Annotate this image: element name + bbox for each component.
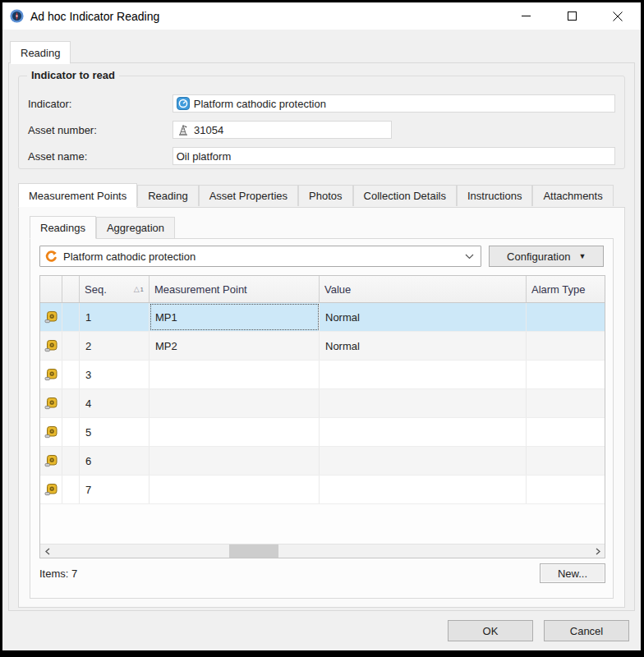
scroll-right-button[interactable] [591, 544, 605, 558]
header-alarm-type[interactable]: Alarm Type [527, 276, 605, 302]
grid-row-4[interactable]: 4 [40, 389, 605, 418]
cancel-button-label: Cancel [570, 625, 603, 637]
scroll-left-button[interactable] [40, 544, 54, 558]
measurement-point-cell[interactable] [150, 418, 320, 446]
tab-measurement-points[interactable]: Measurement Points [18, 183, 137, 208]
tape-measure-icon [40, 447, 62, 475]
tape-measure-icon [40, 361, 62, 388]
header-mp-label: Measurement Point [154, 283, 247, 296]
row-indicator-cell[interactable] [62, 418, 80, 446]
header-measurement-point[interactable]: Measurement Point [150, 276, 320, 302]
close-icon [613, 11, 623, 21]
grid-row-5[interactable]: 5 [40, 418, 605, 447]
maximize-button[interactable] [549, 2, 595, 30]
row-indicator-cell[interactable] [62, 447, 80, 475]
header-alarm-label: Alarm Type [531, 283, 586, 296]
row-indicator-cell[interactable] [62, 361, 80, 388]
seq-cell[interactable]: 6 [80, 447, 150, 475]
row-indicator-cell[interactable] [62, 389, 80, 417]
grid-row-2[interactable]: 2 MP2 Normal [40, 332, 605, 361]
grid-row-6[interactable]: 6 [40, 447, 605, 476]
alarm-type-cell[interactable] [527, 332, 605, 360]
seq-cell[interactable]: 7 [80, 476, 150, 503]
asset-number-value: 31054 [194, 124, 223, 136]
indicator-to-read-group: Indicator to read Indicator: Platform ca… [18, 76, 625, 169]
items-count: Items: 7 [39, 567, 77, 580]
value-cell[interactable]: Normal [320, 332, 527, 360]
selector-row: Platform cathodic protection Configurati… [39, 246, 604, 267]
tab-attachments[interactable]: Attachments [532, 185, 613, 206]
measurement-point-cell[interactable] [150, 476, 320, 503]
indicator-combobox[interactable]: Platform cathodic protection [39, 246, 481, 267]
tab-collection-details[interactable]: Collection Details [353, 185, 457, 206]
scrollbar-track[interactable] [54, 544, 591, 558]
indicator-field[interactable]: Platform cathodic protection [172, 94, 615, 113]
main-tab-strip: Measurement PointsReadingAsset Propertie… [18, 183, 625, 207]
tab-asset-properties[interactable]: Asset Properties [199, 185, 298, 206]
alarm-type-cell[interactable] [527, 303, 605, 331]
cancel-button[interactable]: Cancel [544, 620, 629, 641]
measurement-point-cell[interactable]: MP2 [150, 332, 320, 360]
alarm-type-cell[interactable] [527, 447, 605, 475]
value-cell[interactable] [320, 447, 527, 475]
asset-number-field-row: Asset number: 31054 [28, 121, 615, 139]
titlebar: Ad hoc Indicator Reading [2, 2, 641, 30]
alarm-type-cell[interactable] [527, 418, 605, 446]
seq-cell[interactable]: 4 [80, 389, 150, 417]
measurement-point-cell[interactable] [150, 389, 320, 417]
tab-photos[interactable]: Photos [298, 185, 352, 206]
seq-cell[interactable]: 5 [80, 418, 150, 446]
tab-aggregation[interactable]: Aggregation [96, 217, 175, 238]
row-indicator-cell[interactable] [62, 332, 80, 360]
new-button[interactable]: New... [540, 563, 605, 583]
chevron-down-icon [465, 254, 474, 260]
grid-row-3[interactable]: 3 [40, 361, 605, 389]
dialog-window: Ad hoc Indicator Reading Reading Indicat… [0, 0, 644, 657]
value-cell[interactable] [320, 361, 527, 388]
asset-name-field[interactable]: Oil platform [172, 147, 615, 165]
grid-row-1[interactable]: 1 MP1 Normal [40, 303, 605, 332]
row-indicator-cell[interactable] [62, 303, 80, 331]
minimize-button[interactable] [503, 2, 549, 30]
tab-reading[interactable]: Reading [137, 185, 198, 206]
window-title: Ad hoc Indicator Reading [30, 10, 503, 23]
tab-instructions[interactable]: Instructions [457, 185, 532, 206]
indicator-field-row: Indicator: Platform cathodic protection [28, 94, 615, 113]
close-button[interactable] [595, 2, 641, 30]
seq-cell[interactable]: 3 [80, 361, 150, 388]
indicator-value: Platform cathodic protection [194, 98, 326, 110]
header-seq[interactable]: Seq. △1 [80, 276, 150, 302]
row-indicator-cell[interactable] [62, 476, 80, 503]
horizontal-scrollbar[interactable] [40, 544, 605, 558]
value-cell[interactable]: Normal [320, 303, 527, 331]
tape-measure-icon [40, 418, 62, 446]
asset-name-value: Oil platform [177, 150, 231, 163]
seq-cell[interactable]: 2 [80, 332, 150, 360]
header-indicator-column[interactable] [62, 276, 80, 302]
header-row-icon-column[interactable] [40, 276, 62, 302]
tab-reading-outer[interactable]: Reading [10, 41, 71, 64]
asset-number-field[interactable]: 31054 [172, 121, 392, 139]
configuration-button[interactable]: Configuration ▼ [489, 246, 604, 267]
value-cell[interactable] [320, 389, 527, 417]
seq-cell[interactable]: 1 [80, 303, 150, 331]
ok-button[interactable]: OK [448, 620, 533, 641]
combobox-value: Platform cathodic protection [63, 250, 465, 263]
tape-measure-icon [40, 332, 62, 360]
value-cell[interactable] [320, 418, 527, 446]
header-value[interactable]: Value [320, 276, 527, 302]
alarm-type-cell[interactable] [527, 389, 605, 417]
measurement-point-cell[interactable] [150, 447, 320, 475]
scrollbar-thumb[interactable] [229, 544, 278, 558]
measurement-point-cell[interactable] [150, 361, 320, 388]
tab-readings[interactable]: Readings [30, 216, 96, 239]
new-button-label: New... [558, 567, 587, 580]
measurement-point-cell[interactable]: MP1 [150, 303, 320, 331]
alarm-type-cell[interactable] [527, 476, 605, 503]
value-cell[interactable] [320, 476, 527, 503]
alarm-type-cell[interactable] [527, 361, 605, 388]
grid-row-7[interactable]: 7 [40, 476, 605, 504]
measurement-points-grid: Seq. △1 Measurement Point Value Alarm Ty… [39, 275, 605, 558]
indicator-label: Indicator: [28, 98, 172, 110]
app-compass-icon [10, 9, 24, 23]
